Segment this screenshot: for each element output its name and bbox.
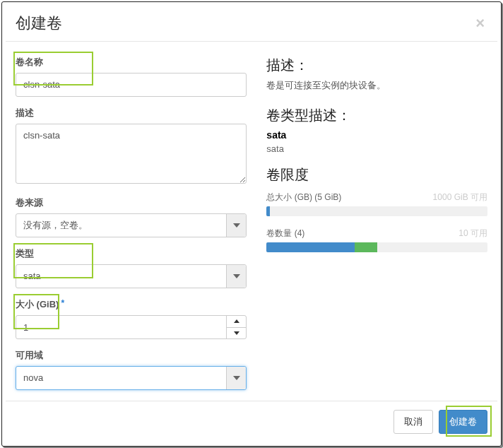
volume-name-label: 卷名称 <box>16 56 247 69</box>
size-quota-available: 1000 GiB 可用 <box>433 191 487 204</box>
size-label: 大小 (GiB)* <box>16 298 247 311</box>
size-quota: 总大小 (GB) (5 GiB) 1000 GiB 可用 <box>266 191 487 216</box>
type-label: 类型 <box>16 247 247 260</box>
type-select[interactable]: sata <box>16 264 247 288</box>
az-select-value: nova <box>23 372 43 384</box>
az-label: 可用域 <box>16 349 247 362</box>
cancel-button[interactable]: 取消 <box>393 410 433 434</box>
modal-title: 创建卷 <box>16 13 62 34</box>
type-name: sata <box>266 129 487 141</box>
size-stepper[interactable] <box>16 315 247 339</box>
description-text: 卷是可连接至实例的块设备。 <box>266 79 487 92</box>
size-quota-bar <box>266 206 487 216</box>
info-panel: 描述： 卷是可连接至实例的块设备。 卷类型描述： sata sata 卷限度 总… <box>261 56 487 401</box>
count-quota-bar <box>266 242 487 252</box>
az-select[interactable]: nova <box>16 366 247 390</box>
type-desc: sata <box>266 143 487 154</box>
close-icon[interactable]: × <box>473 16 487 31</box>
description-label: 描述 <box>16 107 247 119</box>
source-select[interactable]: 没有源，空卷。 <box>16 213 247 237</box>
type-desc-heading: 卷类型描述： <box>266 106 487 125</box>
count-quota-label: 卷数量 (4) <box>266 228 304 240</box>
description-textarea[interactable] <box>16 124 247 184</box>
limits-heading: 卷限度 <box>266 165 487 184</box>
chevron-down-icon <box>226 214 246 237</box>
chevron-down-icon <box>226 367 246 389</box>
spinner-up-icon[interactable] <box>227 316 246 328</box>
submit-button[interactable]: 创建卷 <box>439 410 487 434</box>
spinner-down-icon[interactable] <box>227 328 246 339</box>
count-quota-available: 10 可用 <box>458 228 487 240</box>
form-panel: 卷名称 描述 卷来源 没有源，空卷。 类型 <box>16 56 261 401</box>
chevron-down-icon <box>226 265 246 288</box>
modal-footer: 取消 创建卷 <box>6 401 497 442</box>
size-quota-label: 总大小 (GB) (5 GiB) <box>266 191 341 204</box>
description-heading: 描述： <box>266 56 487 75</box>
count-quota: 卷数量 (4) 10 可用 <box>266 228 487 252</box>
volume-name-input[interactable] <box>16 73 247 97</box>
type-select-value: sata <box>23 270 41 283</box>
source-label: 卷来源 <box>16 196 247 209</box>
size-input[interactable] <box>16 316 226 338</box>
modal-header: 创建卷 × <box>6 6 497 42</box>
source-select-value: 没有源，空卷。 <box>23 219 88 232</box>
